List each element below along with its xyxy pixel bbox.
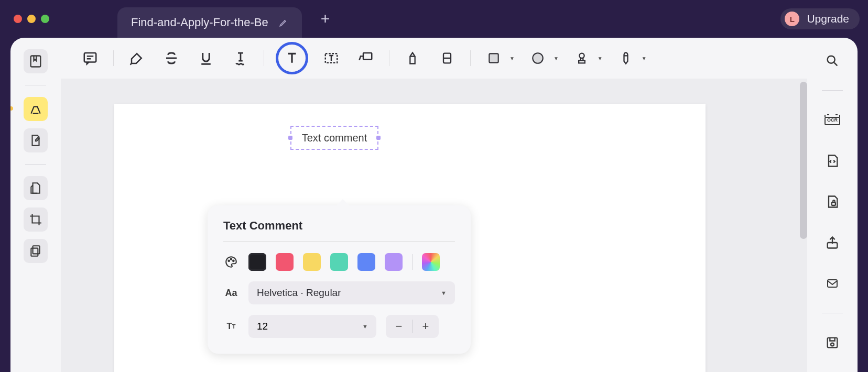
protect-button[interactable] xyxy=(821,190,844,213)
underline-button[interactable] xyxy=(194,47,218,70)
avatar: L xyxy=(785,12,799,26)
caret-down-icon[interactable]: ▼ xyxy=(509,56,515,61)
increase-size-button[interactable]: + xyxy=(413,315,439,338)
size-icon: TT xyxy=(223,321,239,332)
window-controls xyxy=(14,15,49,23)
sidebar-bookmark-button[interactable] xyxy=(24,49,48,73)
highlight-button[interactable] xyxy=(125,47,148,70)
font-value: Helvetica · Regular xyxy=(257,287,341,299)
document-tab[interactable]: Find-and-Apply-For-the-Be xyxy=(117,7,302,38)
sidebar-annotate-button[interactable] xyxy=(24,97,48,121)
svg-rect-12 xyxy=(832,202,836,205)
decrease-size-button[interactable]: − xyxy=(386,315,412,338)
font-size-select[interactable]: 12 ▼ xyxy=(248,315,376,338)
svg-point-9 xyxy=(579,53,584,58)
titlebar: Find-and-Apply-For-the-Be + L Upgrade xyxy=(0,0,868,38)
left-sidebar xyxy=(10,38,61,372)
resize-handle-left[interactable] xyxy=(288,136,292,140)
svg-rect-7 xyxy=(489,53,498,62)
svg-rect-14 xyxy=(828,280,837,287)
shape-button[interactable] xyxy=(482,47,505,70)
caret-down-icon: ▼ xyxy=(441,290,447,296)
save-button[interactable] xyxy=(821,331,844,354)
top-toolbar: ▼ ▼ ▼ ▼ xyxy=(61,38,807,79)
svg-rect-3 xyxy=(84,53,96,62)
minimize-window-button[interactable] xyxy=(27,15,36,23)
svg-point-8 xyxy=(533,53,543,63)
svg-point-16 xyxy=(831,343,834,346)
font-select[interactable]: Helvetica · Regular ▼ xyxy=(248,281,455,304)
tab-title: Find-and-Apply-For-the-Be xyxy=(131,16,268,29)
color-swatch-yellow[interactable] xyxy=(303,253,321,271)
color-row xyxy=(223,253,455,271)
right-sidebar: OCR xyxy=(807,38,858,372)
share-button[interactable] xyxy=(821,231,844,254)
font-size-stepper: − + xyxy=(386,315,439,338)
pencil-icon[interactable] xyxy=(279,18,288,27)
email-button[interactable] xyxy=(821,272,844,295)
font-icon: Aa xyxy=(223,288,239,299)
popover-title: Text Comment xyxy=(223,219,455,233)
svg-rect-5 xyxy=(363,53,372,60)
upgrade-label: Upgrade xyxy=(807,13,849,25)
palette-icon xyxy=(223,255,239,269)
convert-button[interactable] xyxy=(821,149,844,172)
text-box-button[interactable] xyxy=(320,47,343,70)
text-comment-value: Text comment xyxy=(302,132,367,144)
sidebar-edit-button[interactable] xyxy=(24,128,48,152)
upgrade-button[interactable]: L Upgrade xyxy=(780,8,860,29)
color-swatch-teal[interactable] xyxy=(330,253,348,271)
strikethrough-button[interactable] xyxy=(160,47,183,70)
ocr-button[interactable]: OCR xyxy=(821,108,844,132)
maximize-window-button[interactable] xyxy=(41,15,49,23)
app-frame: ▼ ▼ ▼ ▼ OCR xyxy=(10,38,858,372)
svg-rect-2 xyxy=(31,248,38,256)
resize-handle-right[interactable] xyxy=(376,136,381,140)
new-tab-button[interactable]: + xyxy=(321,10,330,28)
sidebar-page-button[interactable] xyxy=(24,176,48,200)
caret-down-icon: ▼ xyxy=(362,323,368,330)
svg-point-19 xyxy=(233,260,234,262)
eraser-button[interactable] xyxy=(436,47,459,70)
svg-point-17 xyxy=(228,260,230,262)
color-swatch-red[interactable] xyxy=(276,253,294,271)
signature-button[interactable] xyxy=(614,47,637,70)
stamp-button[interactable] xyxy=(570,47,593,70)
svg-rect-1 xyxy=(33,246,40,254)
color-swatch-custom[interactable] xyxy=(422,253,440,271)
size-row: TT 12 ▼ − + xyxy=(223,315,455,338)
text-comment-popover: Text Comment Aa Helvetica · Regu xyxy=(208,205,471,354)
sidebar-crop-button[interactable] xyxy=(24,207,48,232)
search-button[interactable] xyxy=(821,49,844,72)
callout-button[interactable] xyxy=(354,47,377,70)
close-window-button[interactable] xyxy=(14,15,22,23)
sidebar-pages-thumb-button[interactable] xyxy=(24,239,48,263)
text-comment-box[interactable]: Text comment xyxy=(290,126,378,150)
ocr-label: OCR xyxy=(827,117,838,123)
color-swatch-black[interactable] xyxy=(248,253,266,271)
vertical-scrollbar[interactable] xyxy=(800,82,807,239)
squiggly-button[interactable] xyxy=(229,47,252,70)
color-swatch-blue[interactable] xyxy=(357,253,375,271)
svg-point-10 xyxy=(828,56,835,63)
caret-down-icon[interactable]: ▼ xyxy=(642,56,647,61)
text-comment-button[interactable] xyxy=(276,42,308,74)
circle-button[interactable] xyxy=(526,47,549,70)
svg-point-18 xyxy=(231,258,232,260)
pencil-tool-button[interactable] xyxy=(401,47,424,70)
note-button[interactable] xyxy=(79,47,102,70)
color-swatch-purple[interactable] xyxy=(385,253,403,271)
caret-down-icon[interactable]: ▼ xyxy=(554,56,559,61)
font-size-value: 12 xyxy=(257,321,268,332)
caret-down-icon[interactable]: ▼ xyxy=(598,56,603,61)
font-row: Aa Helvetica · Regular ▼ xyxy=(223,281,455,304)
